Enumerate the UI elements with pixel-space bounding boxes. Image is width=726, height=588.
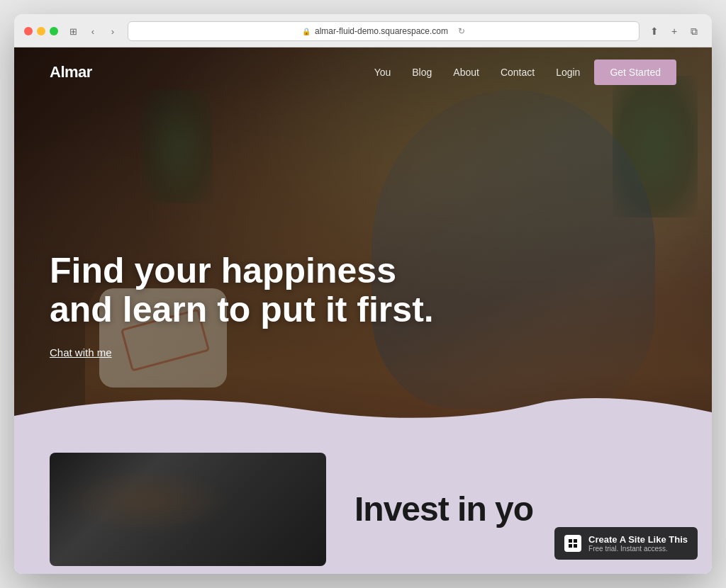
reload-icon[interactable]: ↻ xyxy=(458,26,465,36)
hero-overlay xyxy=(14,47,712,444)
badge-subtitle: Free trial. Instant access. xyxy=(588,545,688,553)
address-bar[interactable]: 🔒 almar-fluid-demo.squarespace.com ↻ xyxy=(128,21,640,41)
site-logo[interactable]: Almar xyxy=(50,63,374,81)
back-button[interactable]: ‹ xyxy=(85,23,101,39)
badge-title: Create A Site Like This xyxy=(588,534,688,545)
hero-headline-line1: Find your happiness xyxy=(50,251,396,290)
svg-rect-2 xyxy=(569,544,572,548)
squarespace-logo xyxy=(564,535,581,552)
hero-headline: Find your happiness and learn to put it … xyxy=(50,251,434,329)
hero-content: Find your happiness and learn to put it … xyxy=(50,251,434,359)
login-link[interactable]: Login xyxy=(556,67,580,78)
new-tab-button[interactable]: + xyxy=(666,23,682,39)
lower-section: Invest in yo Create A Site Like This Fre… xyxy=(14,444,712,574)
minimize-button[interactable] xyxy=(37,27,45,35)
navbar: Almar You Blog About Contact Login Get S… xyxy=(14,47,712,97)
squarespace-logo-svg xyxy=(567,538,579,549)
get-started-button[interactable]: Get Started xyxy=(594,60,676,85)
hero-headline-line2: and learn to put it first. xyxy=(50,290,434,329)
hero-wave xyxy=(14,388,712,444)
traffic-lights xyxy=(24,27,58,35)
nav-links: You Blog About Contact xyxy=(374,67,535,78)
nav-link-about[interactable]: About xyxy=(453,67,479,78)
svg-rect-0 xyxy=(569,539,572,543)
svg-rect-1 xyxy=(574,539,577,543)
browser-window: ⊞ ‹ › 🔒 almar-fluid-demo.squarespace.com… xyxy=(14,14,712,574)
sidebar-toggle-button[interactable]: ⊞ xyxy=(65,23,81,39)
share-button[interactable]: ⬆ xyxy=(647,23,662,39)
lower-image xyxy=(50,453,326,566)
squarespace-badge-text: Create A Site Like This Free trial. Inst… xyxy=(588,534,688,553)
nav-link-contact[interactable]: Contact xyxy=(501,67,535,78)
svg-rect-3 xyxy=(574,544,577,548)
fullscreen-button[interactable] xyxy=(50,27,58,35)
browser-controls: ⊞ ‹ › xyxy=(65,23,121,39)
hero-section: Almar You Blog About Contact Login Get S… xyxy=(14,47,712,444)
close-button[interactable] xyxy=(24,27,33,35)
lock-icon: 🔒 xyxy=(302,28,311,35)
nav-link-blog[interactable]: Blog xyxy=(412,67,432,78)
browser-actions: ⬆ + ⧉ xyxy=(647,23,702,39)
nav-link-you[interactable]: You xyxy=(374,67,391,78)
forward-button[interactable]: › xyxy=(105,23,121,39)
website-content: Almar You Blog About Contact Login Get S… xyxy=(14,47,712,574)
browser-chrome: ⊞ ‹ › 🔒 almar-fluid-demo.squarespace.com… xyxy=(14,14,712,47)
invest-text: Invest in yo xyxy=(354,490,533,528)
tabs-button[interactable]: ⧉ xyxy=(686,23,702,39)
url-text: almar-fluid-demo.squarespace.com xyxy=(315,26,448,36)
squarespace-badge[interactable]: Create A Site Like This Free trial. Inst… xyxy=(554,527,698,560)
chat-with-me-link[interactable]: Chat with me xyxy=(50,346,112,358)
